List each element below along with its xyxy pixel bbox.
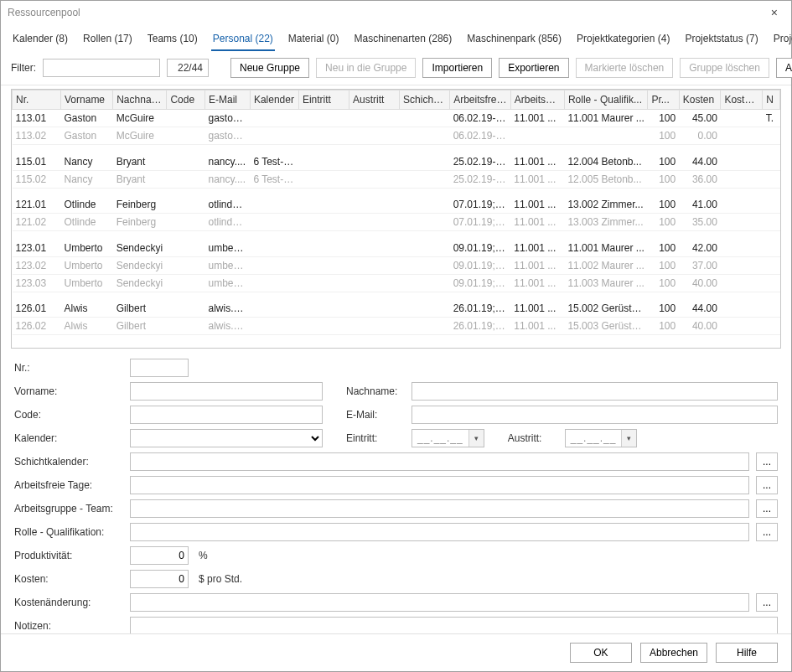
- email-input[interactable]: [412, 406, 778, 424]
- tab-item[interactable]: Personal (22): [211, 29, 275, 51]
- ok-button[interactable]: OK: [570, 643, 632, 663]
- arbfrei-label: Arbeitsfreie Tage:: [14, 479, 123, 491]
- table-row[interactable]: 115.01NancyBryantnancy....6 Test-S...25.…: [13, 153, 780, 171]
- email-label: E-Mail:: [346, 409, 405, 421]
- col-schicht[interactable]: Schichtk...: [400, 90, 450, 110]
- kostenae-browse-button[interactable]: ...: [756, 593, 778, 612]
- filter-label: Filter:: [11, 62, 36, 74]
- chevron-down-icon[interactable]: ▾: [621, 430, 636, 447]
- col-arbgr[interactable]: Arbeitsgr...: [510, 90, 564, 110]
- kostenae-input[interactable]: [130, 593, 749, 612]
- table-row[interactable]: 121.02OtlindeFeinbergotlinde....07.01.19…: [13, 214, 780, 231]
- add-to-group-button: Neu in die Gruppe: [316, 58, 416, 78]
- table-row[interactable]: 113.02GastonMcGuiregaston....06.02.19-0.…: [13, 127, 780, 145]
- eintritt-placeholder: __.__.__: [412, 432, 468, 444]
- tab-item[interactable]: Projektstatus (7): [683, 29, 759, 51]
- import-button[interactable]: Importieren: [422, 58, 492, 78]
- table-row[interactable]: 121.01OtlindeFeinbergotlinde....07.01.19…: [13, 196, 780, 214]
- arbfrei-input[interactable]: [130, 476, 749, 494]
- help-button[interactable]: Hilfe: [716, 643, 778, 663]
- col-code[interactable]: Code: [167, 90, 205, 110]
- kosten-input[interactable]: [130, 570, 189, 588]
- rolle-browse-button[interactable]: ...: [756, 523, 778, 541]
- detail-form: Nr.: Vorname: Nachname: Code: E-Mail: Ka…: [1, 355, 791, 633]
- col-nr[interactable]: Nr.: [13, 90, 61, 110]
- kalender-label: Kalender:: [14, 432, 123, 444]
- close-icon[interactable]: ×: [764, 4, 784, 21]
- schicht-input[interactable]: [130, 452, 749, 471]
- col-arbfrei[interactable]: Arbeitsfreie...: [450, 90, 511, 110]
- table-row[interactable]: 123.02UmbertoSendeckyiumbert....09.01.19…: [13, 256, 780, 274]
- kosten-label: Kosten:: [14, 573, 123, 585]
- tab-bar: Kalender (8)Rollen (17)Teams (10)Persona…: [1, 24, 791, 51]
- tab-item[interactable]: Projektkategorien (4): [575, 29, 671, 51]
- data-grid: Nr. Vorname Nachname Code E-Mail Kalende…: [12, 90, 780, 335]
- notizen-input[interactable]: [130, 617, 778, 633]
- table-row[interactable]: 126.01AlwisGilbertalwis.g....26.01.19;2.…: [13, 300, 780, 318]
- delete-group-button: Gruppe löschen: [680, 58, 769, 78]
- rolle-input[interactable]: [130, 523, 749, 541]
- kostenae-label: Kostenänderung:: [14, 597, 123, 608]
- col-n[interactable]: N: [763, 90, 780, 110]
- vorname-input[interactable]: [130, 382, 323, 401]
- col-kalender[interactable]: Kalender: [250, 90, 298, 110]
- dialog-window: Ressourcenpool × Kalender (8)Rollen (17)…: [0, 0, 792, 672]
- col-email[interactable]: E-Mail: [205, 90, 251, 110]
- col-eintritt[interactable]: Eintritt: [298, 90, 349, 110]
- tab-item[interactable]: Material (0): [287, 29, 341, 51]
- table-row[interactable]: 123.03UmbertoSendeckyiumbert....09.01.19…: [13, 274, 780, 292]
- nr-input[interactable]: [130, 359, 189, 377]
- table-row[interactable]: 123.01UmbertoSendeckyiumbert....09.01.19…: [13, 240, 780, 257]
- delete-marked-button: Markierte löschen: [576, 58, 674, 78]
- table-row[interactable]: 126.02AlwisGilbertalwis.g....26.01.19;2.…: [13, 318, 780, 335]
- col-rolle[interactable]: Rolle - Qualifik...: [564, 90, 647, 110]
- kalender-select[interactable]: [130, 429, 323, 447]
- chevron-down-icon[interactable]: ▾: [468, 430, 484, 447]
- austritt-placeholder: __.__.__: [566, 432, 622, 444]
- arbgr-input[interactable]: [130, 499, 749, 518]
- rolle-label: Rolle - Qualifikation:: [14, 526, 123, 538]
- tab-item[interactable]: Teams (10): [146, 29, 199, 51]
- cancel-button[interactable]: Abbrechen: [640, 643, 707, 663]
- code-input[interactable]: [130, 406, 323, 424]
- kosten-unit: $ pro Std.: [199, 573, 242, 585]
- notizen-label: Notizen:: [14, 620, 123, 632]
- col-kostenae[interactable]: Kosten...: [721, 90, 763, 110]
- eintritt-date[interactable]: __.__.__ ▾: [412, 429, 484, 447]
- arbgr-browse-button[interactable]: ...: [756, 499, 778, 518]
- arbfrei-browse-button[interactable]: ...: [756, 476, 778, 494]
- schicht-label: Schichtkalender:: [14, 456, 123, 468]
- col-prod[interactable]: Pr...: [648, 90, 679, 110]
- prod-input[interactable]: [130, 546, 189, 565]
- tab-item[interactable]: Kalender (8): [11, 29, 70, 51]
- schicht-browse-button[interactable]: ...: [756, 452, 778, 471]
- window-title: Ressourcenpool: [8, 7, 80, 18]
- col-kosten[interactable]: Kosten: [679, 90, 721, 110]
- vorname-label: Vorname:: [14, 385, 123, 397]
- titlebar: Ressourcenpool ×: [1, 1, 791, 24]
- filter-input[interactable]: [43, 59, 160, 77]
- austritt-date[interactable]: __.__.__ ▾: [565, 429, 638, 447]
- nachname-label: Nachname:: [346, 385, 405, 397]
- eintritt-label: Eintritt:: [346, 432, 405, 444]
- new-group-button[interactable]: Neue Gruppe: [230, 58, 309, 78]
- austritt-label: Austritt:: [508, 432, 558, 444]
- tab-item[interactable]: Rollen (17): [81, 29, 134, 51]
- tab-item[interactable]: Projektkunden (3): [772, 29, 792, 51]
- tab-item[interactable]: Maschinenpark (856): [465, 29, 563, 51]
- col-vorname[interactable]: Vorname: [61, 90, 113, 110]
- nr-label: Nr.:: [14, 362, 123, 374]
- col-nachname[interactable]: Nachname: [113, 90, 167, 110]
- grid-scroll[interactable]: Nr. Vorname Nachname Code E-Mail Kalende…: [12, 90, 780, 348]
- delete-all-button[interactable]: Alle löschen: [776, 58, 792, 78]
- prod-label: Produktivität:: [14, 550, 123, 561]
- toolbar: Filter: 22/44 Neue Gruppe Neu in die Gru…: [1, 51, 791, 85]
- table-row[interactable]: 113.01GastonMcGuiregaston....06.02.19-0.…: [13, 110, 780, 127]
- grid-container: Nr. Vorname Nachname Code E-Mail Kalende…: [11, 89, 781, 349]
- tab-item[interactable]: Maschinenarten (286): [353, 29, 454, 51]
- table-row[interactable]: 115.02NancyBryantnancy....6 Test-S...25.…: [13, 170, 780, 188]
- prod-unit: %: [199, 550, 208, 561]
- export-button[interactable]: Exportieren: [499, 58, 568, 78]
- col-austritt[interactable]: Austritt: [349, 90, 399, 110]
- nachname-input[interactable]: [412, 382, 778, 401]
